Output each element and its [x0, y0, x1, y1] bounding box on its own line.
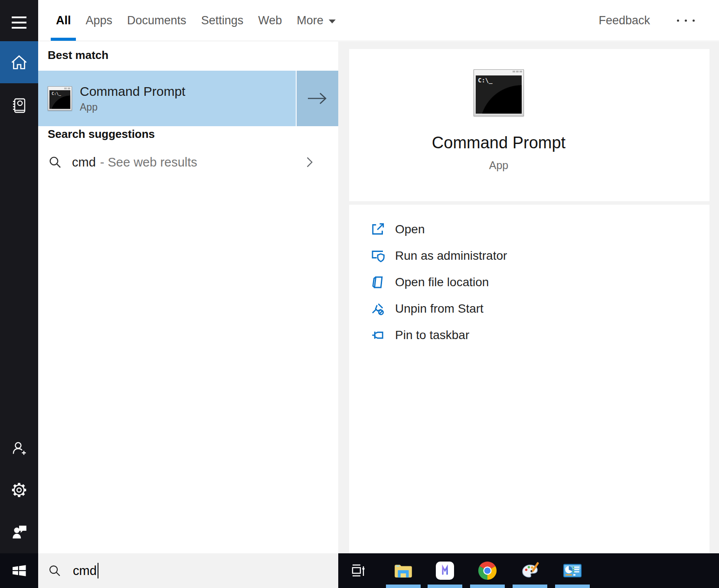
- rail-item-journal[interactable]: [0, 87, 38, 125]
- home-icon: [10, 53, 29, 72]
- expand-result-button[interactable]: [297, 71, 338, 126]
- command-prompt-icon: C:\_: [474, 69, 524, 116]
- ellipsis-icon[interactable]: [673, 15, 699, 26]
- open-file-location-icon: [370, 274, 386, 290]
- running-indicator: [513, 553, 547, 588]
- feedback-person-icon: [10, 523, 28, 541]
- chevron-down-icon: [329, 20, 336, 23]
- preview-app-title: Command Prompt: [432, 134, 565, 152]
- action-run-as-administrator[interactable]: Run as administrator: [370, 242, 709, 269]
- search-icon: [48, 564, 62, 578]
- action-open[interactable]: Open: [370, 216, 709, 242]
- chevron-right-icon[interactable]: [303, 155, 316, 170]
- search-suggestions-heading: Search suggestions: [48, 127, 155, 141]
- task-view-icon: [349, 561, 368, 580]
- search-input[interactable]: cmd: [38, 553, 338, 588]
- best-match-item[interactable]: C:\_ Command Prompt App: [38, 71, 338, 126]
- windows-start-icon: [10, 562, 28, 579]
- result-type: App: [80, 101, 185, 113]
- tab-settings[interactable]: Settings: [194, 0, 251, 41]
- unpin-icon: [370, 301, 386, 317]
- tab-more[interactable]: More: [289, 0, 343, 41]
- running-indicator: [470, 553, 505, 588]
- start-button[interactable]: [0, 553, 38, 588]
- expand-menu-button[interactable]: [0, 3, 38, 42]
- search-filter-bar: All Apps Documents Settings Web More Fee…: [38, 0, 719, 41]
- text-caret: [98, 563, 98, 578]
- tab-all[interactable]: All: [49, 0, 78, 41]
- rail-item-home[interactable]: [0, 41, 38, 83]
- best-match-heading: Best match: [48, 49, 108, 62]
- running-indicator: [428, 553, 462, 588]
- pin-icon: [370, 327, 386, 343]
- rail-item-add-user[interactable]: [0, 429, 38, 467]
- tab-apps[interactable]: Apps: [78, 0, 120, 41]
- open-icon: [370, 222, 386, 237]
- tab-web[interactable]: Web: [251, 0, 289, 41]
- preview-actions-card: Open Run as administrator: [349, 205, 709, 553]
- best-match-main[interactable]: C:\_ Command Prompt App: [38, 71, 296, 126]
- results-panel: Best match C:\_ Command Prompt App Searc…: [38, 42, 338, 553]
- windows-search-screen: All Apps Documents Settings Web More Fee…: [0, 0, 719, 588]
- task-view-button[interactable]: [341, 553, 376, 588]
- suggestion-query: cmd: [72, 155, 96, 170]
- running-indicator: [555, 553, 590, 588]
- preview-app-card: C:\_ Command Prompt App: [349, 49, 709, 201]
- preview-panel: C:\_ Command Prompt App Open: [338, 42, 719, 553]
- arrow-right-icon: [306, 91, 329, 106]
- taskbar: [338, 553, 719, 588]
- action-open-file-location[interactable]: Open file location: [370, 269, 709, 295]
- search-query-text: cmd: [73, 564, 97, 578]
- rail-item-feedback[interactable]: [0, 513, 38, 551]
- suggestion-item[interactable]: cmd - See web results: [38, 147, 338, 177]
- search-icon: [48, 155, 62, 170]
- start-rail: [0, 0, 38, 588]
- hamburger-icon: [12, 13, 26, 32]
- action-unpin-from-start[interactable]: Unpin from Start: [370, 295, 709, 322]
- action-pin-to-taskbar[interactable]: Pin to taskbar: [370, 322, 709, 348]
- tab-documents[interactable]: Documents: [120, 0, 194, 41]
- journal-icon: [10, 97, 28, 115]
- add-user-icon: [10, 439, 28, 457]
- rail-item-settings[interactable]: [0, 471, 38, 509]
- result-title: Command Prompt: [80, 84, 185, 99]
- run-as-admin-icon: [370, 248, 386, 264]
- preview-app-type: App: [489, 159, 508, 172]
- header-right: Feedback: [598, 0, 699, 41]
- suggestion-hint: - See web results: [100, 155, 197, 170]
- settings-gear-icon: [10, 481, 28, 499]
- command-prompt-icon: C:\_: [48, 86, 72, 111]
- tab-all-label: All: [56, 14, 71, 27]
- feedback-button[interactable]: Feedback: [598, 14, 650, 27]
- running-indicator: [386, 553, 421, 588]
- active-tab-underline: [51, 38, 76, 41]
